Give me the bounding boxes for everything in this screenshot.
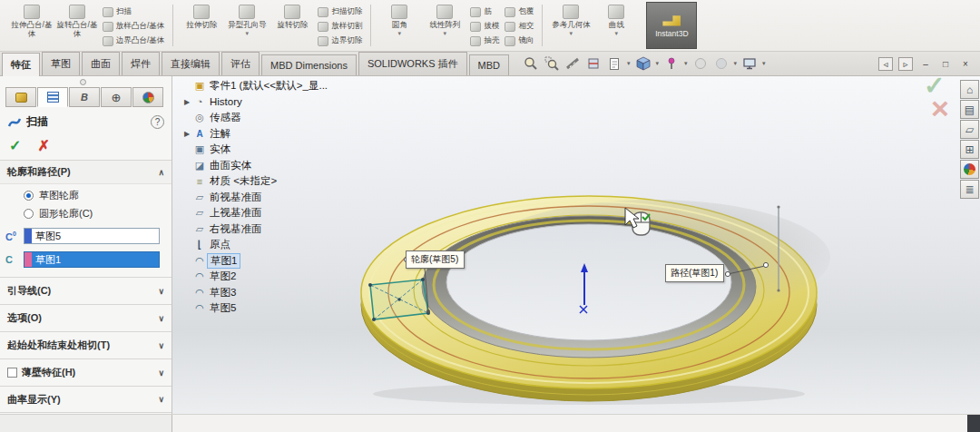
close-button[interactable]: × <box>958 57 973 71</box>
shell-button[interactable]: 抽壳 <box>467 34 502 48</box>
thin-feature-checkbox[interactable] <box>7 368 17 378</box>
tree-item-surface-bodies[interactable]: ◪ 曲面实体 <box>181 158 358 174</box>
sweep-button[interactable]: 扫描 <box>100 5 167 19</box>
custom-properties-icon[interactable]: ≣ <box>960 180 979 199</box>
tree-item-sketch3[interactable]: ◠ 草图3 <box>181 285 358 301</box>
cancel-button[interactable]: ✗ <box>37 137 49 154</box>
restore-button[interactable]: □ <box>938 57 953 71</box>
options-section[interactable]: 选项(O) ∨ <box>0 304 172 331</box>
file-explorer-icon[interactable]: ▱ <box>960 120 979 139</box>
tree-item-solid-bodies[interactable]: ▣ 实体 <box>181 142 358 158</box>
tab-mbd[interactable]: MBD <box>469 54 509 75</box>
pane-previous-button[interactable]: ◃ <box>878 57 893 71</box>
pane-next-button[interactable]: ▹ <box>898 57 913 71</box>
chevron-down-icon[interactable]: ∨ <box>158 368 164 378</box>
tab-sketch[interactable]: 草图 <box>42 52 80 75</box>
minimize-button[interactable]: – <box>918 57 933 71</box>
pin-icon[interactable] <box>662 54 681 73</box>
scene-sphere-icon[interactable] <box>712 54 730 73</box>
home-icon[interactable]: ⌂ <box>960 80 979 99</box>
start-end-tangency-section[interactable]: 起始处和结束处相切(T) ∨ <box>0 331 172 358</box>
zoom-fit-icon[interactable] <box>522 54 540 73</box>
tab-mbd-dimensions[interactable]: MBD Dimensions <box>261 54 357 75</box>
help-icon[interactable]: ? <box>151 115 164 129</box>
curvature-display-section[interactable]: 曲率显示(Y) ∨ <box>0 386 172 413</box>
clipboard-icon[interactable] <box>605 54 623 73</box>
extruded-boss-button[interactable]: 拉伸凸台/基体 <box>9 2 54 49</box>
boundary-cut-button[interactable]: 边界切除 <box>315 34 365 48</box>
view-palette-icon[interactable]: ⊞ <box>960 140 979 159</box>
sketch-profile-radio-row[interactable]: 草图轮廓 <box>24 189 172 202</box>
dropdown-arrow-icon[interactable]: ▾ <box>615 30 619 36</box>
extruded-cut-button[interactable]: 拉伸切除 <box>179 2 224 49</box>
intersect-button[interactable]: 相交 <box>502 19 536 34</box>
chevron-down-icon[interactable]: ∨ <box>158 287 164 296</box>
configuration-manager-tab[interactable]: B <box>69 87 100 107</box>
ring-model[interactable] <box>361 196 830 405</box>
lofted-cut-button[interactable]: 放样切割 <box>315 19 365 34</box>
expand-arrow-icon[interactable]: ▶ <box>181 98 192 106</box>
draft-button[interactable]: 拔模 <box>467 19 502 34</box>
tree-item-top-plane[interactable]: ▱ 上视基准面 <box>181 205 358 221</box>
ok-button[interactable]: ✓ <box>9 137 21 154</box>
panel-splitter-handle[interactable] <box>80 79 86 85</box>
appearances-icon[interactable] <box>960 160 979 179</box>
tree-item-part[interactable]: ▣ 零件1 (默认<<默认>_显... <box>181 78 358 94</box>
tree-item-history[interactable]: ▶ ◔ History <box>181 94 358 111</box>
dropdown-arrow-icon[interactable]: ▾ <box>627 60 631 67</box>
reference-geometry-button[interactable]: 参考几何体 ▾ <box>548 2 593 49</box>
swept-cut-button[interactable]: 扫描切除 <box>315 5 365 19</box>
curves-button[interactable]: 曲线 ▾ <box>593 2 639 49</box>
chevron-down-icon[interactable]: ∨ <box>158 341 164 350</box>
display-monitor-icon[interactable] <box>740 54 759 73</box>
circular-profile-radio-row[interactable]: 圆形轮廓(C) <box>24 207 172 221</box>
feature-manager-tab[interactable] <box>5 87 36 107</box>
dimxpert-manager-tab[interactable]: ⊕ <box>101 87 132 107</box>
dropdown-arrow-icon[interactable]: ▾ <box>570 30 573 36</box>
tab-surfaces[interactable]: 曲面 <box>82 52 120 75</box>
view-settings-cube-icon[interactable] <box>634 54 652 73</box>
chevron-down-icon[interactable]: ∨ <box>158 395 164 404</box>
property-manager-tab[interactable] <box>37 87 68 107</box>
section-view-icon[interactable] <box>584 54 603 73</box>
dropdown-arrow-icon[interactable]: ▾ <box>734 60 738 67</box>
radio-button[interactable] <box>24 209 34 219</box>
tab-weldments[interactable]: 焊件 <box>122 52 160 75</box>
radio-button[interactable] <box>24 191 34 201</box>
display-manager-tab[interactable] <box>132 87 163 107</box>
zoom-area-icon[interactable] <box>543 54 561 73</box>
boundary-boss-button[interactable]: 边界凸台/基体 <box>100 34 167 48</box>
revolved-boss-button[interactable]: 旋转凸台/基体 <box>54 2 100 49</box>
thin-feature-section[interactable]: 薄壁特征(H) ∨ <box>0 358 172 386</box>
fillet-button[interactable]: 圆角 ▾ <box>377 2 422 49</box>
profile-path-section-header[interactable]: 轮廓和路径(P) ∧ <box>0 160 172 184</box>
tab-solidworks-addins[interactable]: SOLIDWORKS 插件 <box>358 52 467 75</box>
measure-icon[interactable] <box>564 54 582 73</box>
tree-item-sensors[interactable]: ◎ 传感器 <box>181 110 358 126</box>
confirmation-cancel-icon[interactable]: × <box>931 91 949 126</box>
tree-item-origin[interactable]: ⌊ 原点 <box>181 237 358 253</box>
instant3d-button[interactable]: Instant3D <box>646 2 697 49</box>
dropdown-arrow-icon[interactable]: ▾ <box>246 30 250 36</box>
path-callout[interactable]: 路径(草图1) <box>665 264 724 282</box>
chevron-up-icon[interactable]: ∧ <box>158 168 164 177</box>
tree-item-front-plane[interactable]: ▱ 前视基准面 <box>181 190 358 206</box>
tab-direct-editing[interactable]: 直接编辑 <box>162 52 220 75</box>
tree-item-sketch1[interactable]: ◠ 草图1 <box>181 253 358 270</box>
chevron-down-icon[interactable]: ∨ <box>158 314 164 323</box>
rib-button[interactable]: 筋 <box>467 5 502 19</box>
tree-item-material[interactable]: ≡ 材质 <未指定> <box>181 173 358 190</box>
tab-features[interactable]: 特征 <box>2 53 40 76</box>
tab-evaluate[interactable]: 评估 <box>221 52 260 75</box>
dropdown-arrow-icon[interactable]: ▾ <box>398 30 402 36</box>
profile-callout[interactable]: 轮廓(草图5) <box>406 250 465 269</box>
guide-curves-section[interactable]: 引导线(C) ∨ <box>0 277 172 304</box>
dropdown-arrow-icon[interactable]: ▾ <box>684 60 688 67</box>
hole-wizard-button[interactable]: 异型孔向导 ▾ <box>224 2 270 49</box>
tree-item-annotations[interactable]: ▶ A 注解 <box>181 126 358 142</box>
appearance-sphere-icon[interactable] <box>691 54 710 73</box>
revolved-cut-button[interactable]: 旋转切除 <box>270 2 315 49</box>
tree-item-right-plane[interactable]: ▱ 右视基准面 <box>181 221 358 238</box>
expand-arrow-icon[interactable]: ▶ <box>181 130 192 138</box>
dropdown-arrow-icon[interactable]: ▾ <box>656 60 660 67</box>
